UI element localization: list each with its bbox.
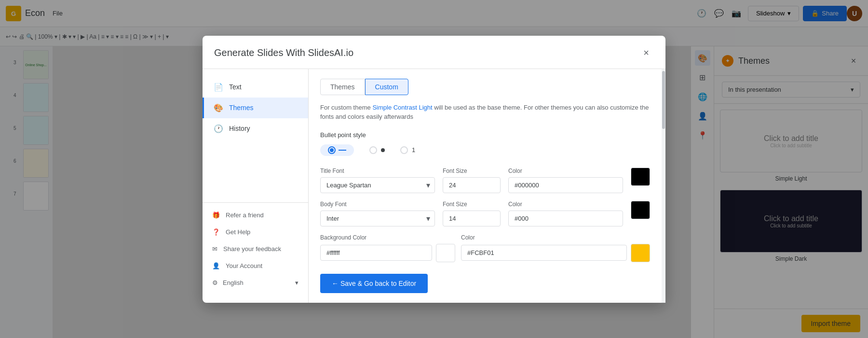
body-font-group: Body Font Inter <box>320 201 435 226</box>
themes-nav-icon: 🎨 <box>214 103 223 113</box>
tab-custom[interactable]: Custom <box>365 79 408 95</box>
title-font-size-label: Font Size <box>443 168 501 174</box>
modal-nav-text-label: Text <box>229 83 242 91</box>
body-font-select[interactable]: Inter <box>320 211 435 226</box>
refer-item[interactable]: 🎁 Refer a friend <box>203 207 308 224</box>
body-font-size-label: Font Size <box>443 201 501 208</box>
account-icon: 👤 <box>212 262 220 269</box>
title-color-input[interactable] <box>508 177 623 193</box>
bg-color-input[interactable] <box>320 245 432 261</box>
title-font-select[interactable]: League Spartan <box>320 177 435 193</box>
bullet-option-dot[interactable] <box>369 146 385 154</box>
save-go-back-button[interactable]: ← Save & Go back to Editor <box>320 274 428 293</box>
modal-nav-themes[interactable]: 🎨 Themes <box>203 98 308 118</box>
body-color-group: Color <box>508 201 623 226</box>
body-color-swatch-wrapper <box>631 201 650 219</box>
title-font-size-input[interactable] <box>443 177 501 193</box>
bg-color-row: Background Color Color <box>320 234 650 262</box>
bullet-options: 1 <box>320 144 650 156</box>
modal-overlay[interactable]: Generate Slides With SlidesAI.io × 📄 Tex… <box>0 0 868 338</box>
refer-label: Refer a friend <box>226 211 264 219</box>
title-color-swatch-wrapper <box>631 168 650 186</box>
dash-icon <box>339 150 346 151</box>
account-item[interactable]: 👤 Your Account <box>203 257 308 274</box>
title-color-group: Color <box>508 168 623 193</box>
description-text: For custom theme Simple Contrast Light w… <box>320 103 650 122</box>
title-font-size-group: Font Size <box>443 168 501 193</box>
modal-nav-history[interactable]: 🕐 History <box>203 118 308 139</box>
body-font-label: Body Font <box>320 201 435 208</box>
title-font-select-wrapper: League Spartan <box>320 177 435 193</box>
modal-sidebar: 📄 Text 🎨 Themes 🕐 History <box>203 69 309 303</box>
language-left: ⚙ English <box>212 279 244 286</box>
tab-themes[interactable]: Themes <box>320 79 365 95</box>
modal-sidebar-bottom: 🎁 Refer a friend ❓ Get Help ✉ Share your… <box>203 202 308 295</box>
title-color-swatch[interactable] <box>631 168 650 186</box>
body-font-row: Body Font Inter Font Size <box>320 201 650 226</box>
modal-nav-themes-label: Themes <box>229 104 254 112</box>
modal-header: Generate Slides With SlidesAI.io × <box>203 36 665 69</box>
description-text-before: For custom theme <box>320 104 372 111</box>
bg-color-input-row <box>320 244 455 262</box>
modal-nav-text[interactable]: 📄 Text <box>203 77 308 98</box>
title-color-label: Color <box>508 168 623 174</box>
bg-color-group: Background Color <box>320 234 455 262</box>
modal: Generate Slides With SlidesAI.io × 📄 Tex… <box>203 36 665 303</box>
language-icon: ⚙ <box>212 279 218 286</box>
modal-scrollbar-thumb <box>662 71 665 129</box>
app-background: G Econ File 🕐 💬 📷 Slideshow ▾ 🔒 Share U … <box>0 0 868 338</box>
history-nav-icon: 🕐 <box>214 124 223 133</box>
accent-color-group: Color <box>461 234 650 262</box>
bullet-pill-dash <box>320 144 354 156</box>
modal-nav: 📄 Text 🎨 Themes 🕐 History <box>203 77 308 139</box>
accent-color-swatch[interactable] <box>631 244 650 262</box>
number-preview: 1 <box>412 146 415 154</box>
bullet-option-number[interactable]: 1 <box>400 146 415 154</box>
feedback-icon: ✉ <box>212 245 217 253</box>
title-font-label: Title Font <box>320 168 435 174</box>
help-icon: ❓ <box>212 228 220 236</box>
help-label: Get Help <box>226 228 250 236</box>
bg-color-swatch[interactable] <box>436 244 455 262</box>
bullet-radio-dot <box>369 146 377 154</box>
feedback-label: Share your feedback <box>223 245 281 253</box>
body-color-label: Color <box>508 201 623 208</box>
language-label: English <box>223 279 244 286</box>
text-nav-icon: 📄 <box>214 83 223 92</box>
accent-color-input-row <box>461 244 650 262</box>
bullet-section-label: Bullet point style <box>320 131 650 139</box>
modal-scrollbar[interactable] <box>662 69 665 303</box>
refer-icon: 🎁 <box>212 211 220 219</box>
body-color-swatch[interactable] <box>631 201 650 219</box>
bullet-radio-dash <box>328 146 336 154</box>
body-color-input[interactable] <box>508 211 623 226</box>
modal-title: Generate Slides With SlidesAI.io <box>214 47 353 58</box>
modal-nav-history-label: History <box>229 125 250 132</box>
modal-body: 📄 Text 🎨 Themes 🕐 History <box>203 69 665 303</box>
feedback-item[interactable]: ✉ Share your feedback <box>203 240 308 257</box>
title-font-group: Title Font League Spartan <box>320 168 435 193</box>
body-font-size-group: Font Size <box>443 201 501 226</box>
bullet-radio-number <box>400 146 408 154</box>
modal-content: Themes Custom For custom theme Simple Co… <box>309 69 662 303</box>
bg-color-label: Background Color <box>320 234 455 241</box>
description-link[interactable]: Simple Contrast Light <box>372 104 432 111</box>
accent-color-label: Color <box>461 234 650 241</box>
language-item[interactable]: ⚙ English ▾ <box>203 274 308 291</box>
title-font-row: Title Font League Spartan Font Size <box>320 168 650 193</box>
body-font-select-wrapper: Inter <box>320 211 435 226</box>
accent-color-input[interactable] <box>461 245 627 261</box>
account-label: Your Account <box>226 262 262 269</box>
modal-close-button[interactable]: × <box>638 45 654 61</box>
language-chevron-icon: ▾ <box>295 279 298 286</box>
bullet-option-dash[interactable] <box>320 144 354 156</box>
help-item[interactable]: ❓ Get Help <box>203 224 308 240</box>
dot-icon <box>381 148 385 152</box>
body-font-size-input[interactable] <box>443 211 501 226</box>
tab-bar: Themes Custom <box>320 79 650 95</box>
